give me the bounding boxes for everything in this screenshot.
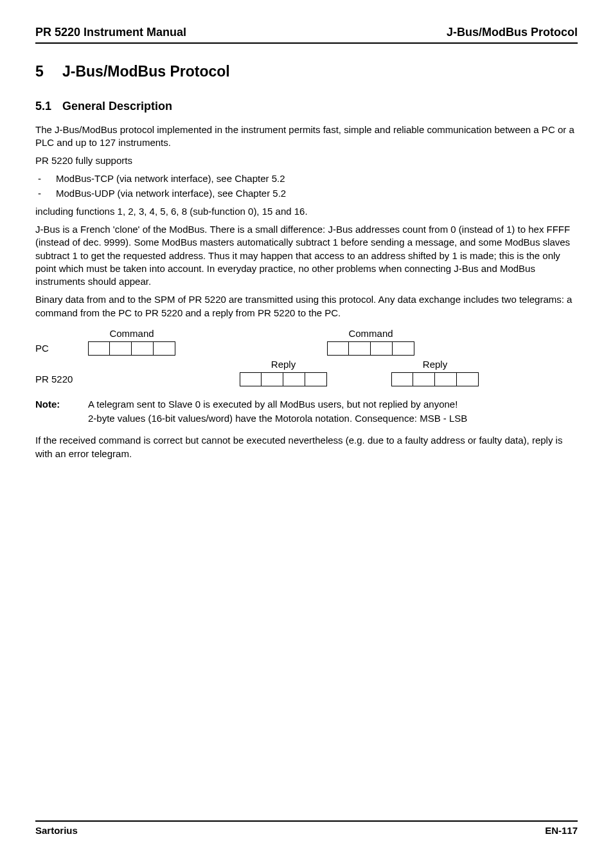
reply-label: Reply xyxy=(240,358,327,371)
list-text: ModBus-TCP (via network interface), see … xyxy=(56,172,285,185)
page-footer: Sartorius EN-117 xyxy=(35,820,578,837)
body-content: The J-Bus/ModBus protocol implemented in… xyxy=(35,123,578,320)
list-dash: - xyxy=(35,187,56,200)
section-number: 5.1 xyxy=(35,98,62,114)
header-title-right: J-Bus/ModBus Protocol xyxy=(447,24,578,40)
paragraph: The J-Bus/ModBus protocol implemented in… xyxy=(35,123,578,150)
diagram-pc-row: PC xyxy=(35,340,578,357)
list-item: - ModBus-TCP (via network interface), se… xyxy=(35,172,578,185)
reply-frame xyxy=(240,372,327,386)
section-heading: 5.1General Description xyxy=(35,98,578,114)
list-text: ModBus-UDP (via network interface), see … xyxy=(56,187,286,200)
telegram-diagram: Command Command PC Reply Reply PR 5220 xyxy=(35,326,578,388)
note-line: 2-byte values (16-bit values/word) have … xyxy=(88,412,578,425)
footer-left: Sartorius xyxy=(35,824,78,837)
paragraph: J-Bus is a French 'clone' of the ModBus.… xyxy=(35,223,578,288)
diagram-caption-row: Reply Reply xyxy=(35,357,578,371)
paragraph: Binary data from and to the SPM of PR 52… xyxy=(35,293,578,320)
paragraph: If the received command is correct but c… xyxy=(35,434,578,460)
list-dash: - xyxy=(35,172,56,185)
section-title-text: General Description xyxy=(62,100,172,113)
page-header: PR 5220 Instrument Manual J-Bus/ModBus P… xyxy=(35,24,578,44)
footer-right: EN-117 xyxy=(545,824,578,837)
reply-frame xyxy=(391,372,479,386)
command-frame xyxy=(327,341,414,356)
command-frame xyxy=(88,341,175,356)
chapter-heading: 5J-Bus/ModBus Protocol xyxy=(35,62,578,82)
note-block: Note: A telegram sent to Slave 0 is exec… xyxy=(35,398,578,411)
pc-label: PC xyxy=(35,342,88,355)
paragraph: PR 5220 fully supports xyxy=(35,154,578,167)
chapter-number: 5 xyxy=(35,62,62,82)
pr-label: PR 5220 xyxy=(35,373,88,386)
reply-label: Reply xyxy=(391,358,479,371)
list-item: - ModBus-UDP (via network interface), se… xyxy=(35,187,578,200)
diagram-caption-row: Command Command xyxy=(35,326,578,340)
note-line: A telegram sent to Slave 0 is executed b… xyxy=(88,398,578,411)
header-title-left: PR 5220 Instrument Manual xyxy=(35,24,186,40)
diagram-pr-row: PR 5220 xyxy=(35,371,578,388)
command-label: Command xyxy=(327,327,414,340)
note-label: Note: xyxy=(35,398,88,411)
command-label: Command xyxy=(88,327,175,340)
paragraph: including functions 1, 2, 3, 4, 5, 6, 8 … xyxy=(35,205,578,218)
chapter-title-text: J-Bus/ModBus Protocol xyxy=(62,63,230,80)
